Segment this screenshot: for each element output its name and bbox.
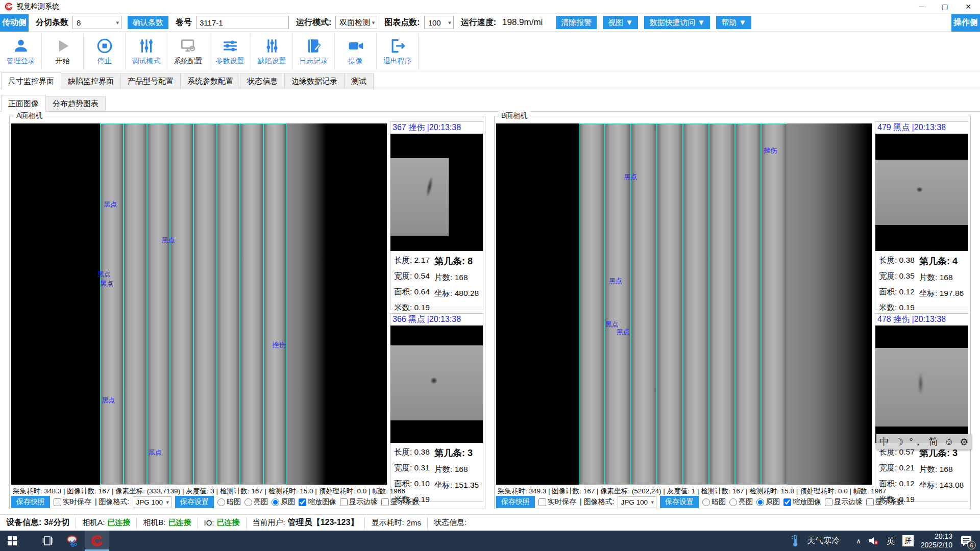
ime-language-bar: 中 ☽ °， 简 ☺ ⚙: [876, 434, 971, 449]
snipping-tool-button[interactable]: [60, 531, 85, 551]
tray-chevron-icon[interactable]: ∧: [856, 537, 861, 545]
save-settings-button[interactable]: 保存设置: [660, 496, 699, 508]
language-indicator[interactable]: 英: [887, 535, 895, 547]
tab-distribution-trend-chart[interactable]: 分布趋势图表: [45, 96, 106, 111]
defect-marker: 黑点: [162, 236, 175, 245]
params-settings-button[interactable]: 参数设置: [209, 33, 251, 70]
close-button[interactable]: ✕: [957, 0, 980, 14]
admin-login-button[interactable]: 管理登录: [0, 33, 42, 70]
defect-marker: 挫伤: [764, 146, 777, 155]
image-format-select[interactable]: JPG 100: [618, 496, 656, 508]
slit-count-select[interactable]: 8: [72, 16, 121, 29]
dark-image-radio[interactable]: 暗图: [702, 497, 726, 507]
image-format-select[interactable]: JPG 100: [133, 496, 172, 508]
show-strip-count-checkbox[interactable]: 显示条数: [381, 497, 419, 507]
tab-defect-monitor[interactable]: 缺陷监控界面: [61, 73, 121, 89]
debug-mode-button[interactable]: 调试模式: [126, 33, 167, 70]
tab-edge-data-record[interactable]: 边缘数据记录: [284, 73, 345, 89]
maximize-button[interactable]: ▢: [933, 0, 957, 14]
camera-b-image[interactable]: 挫伤 黑点 黑点 黑点 黑点: [496, 123, 872, 485]
bright-image-radio[interactable]: 亮图: [244, 497, 268, 507]
drive-side-button[interactable]: 传动侧: [0, 14, 29, 32]
help-menu-button[interactable]: 帮助 ▼: [716, 16, 751, 29]
ime-settings-gear-icon[interactable]: ⚙: [960, 436, 968, 448]
app-logo-icon: [90, 534, 104, 547]
run-mode-select[interactable]: 双面检测: [335, 16, 377, 29]
defect-card[interactable]: 366 黑点 |20:13:38 长度: 0.38 宽度: 0.31 面积: 0…: [390, 313, 483, 502]
display-time-value: 2ms: [407, 518, 421, 527]
tab-product-model-config[interactable]: 产品型号配置: [120, 73, 181, 89]
start-button[interactable]: 开始: [42, 33, 84, 70]
zoom-image-checkbox[interactable]: 缩放图像: [299, 497, 336, 507]
realtime-save-checkbox[interactable]: 实时保存: [538, 497, 576, 507]
ime-simplified-mode[interactable]: 简: [928, 435, 938, 448]
top-toolbar: 传动侧 分切条数 8 确认条数 卷号 运行模式: 双面检测 图表点数: 100 …: [0, 14, 980, 32]
stop-button[interactable]: 停止: [84, 33, 126, 70]
camera-a-strips: [100, 123, 286, 485]
system-config-button[interactable]: 系统配置: [167, 33, 209, 70]
ime-chinese-mode[interactable]: 中: [879, 435, 889, 448]
log-record-button[interactable]: 日志记录: [293, 33, 335, 70]
image-format-label: | 图像格式:: [580, 497, 614, 507]
capture-image-button[interactable]: 提像: [335, 33, 377, 70]
defect-thumbnail: [875, 325, 968, 443]
camera-b-info-line: 采集耗时: 349.3 | 图像计数: 167 | 像素坐标: (5202,24…: [498, 487, 870, 496]
ime-punctuation-icon[interactable]: °，: [909, 435, 923, 448]
defect-card-header: 366 黑点 |20:13:38: [390, 314, 483, 325]
status-info-label: 状态信息:: [434, 518, 467, 528]
ime-fullwidth-moon-icon[interactable]: ☽: [895, 436, 903, 448]
tab-test[interactable]: 测试: [344, 73, 374, 89]
io-status-value: 已连接: [217, 518, 240, 528]
save-settings-button[interactable]: 保存设置: [175, 496, 214, 508]
original-image-radio[interactable]: 原图: [272, 497, 295, 507]
snipping-tool-icon: [65, 534, 80, 548]
taskbar-clock[interactable]: 20:13 2025/2/10: [921, 532, 952, 549]
play-icon: [53, 37, 72, 55]
user-icon: [11, 37, 31, 55]
save-snapshot-button[interactable]: 保存快照: [496, 496, 535, 508]
device-info-value: 3#分切: [44, 517, 69, 528]
speaker-muted-icon[interactable]: [868, 536, 879, 546]
defect-thumbnail: [875, 134, 968, 251]
task-view-button[interactable]: [36, 531, 60, 551]
inspection-app-taskbar-button[interactable]: [85, 531, 109, 551]
data-quick-access-button[interactable]: 数据快捷访问 ▼: [644, 16, 710, 29]
bright-image-radio[interactable]: 亮图: [729, 497, 753, 507]
camera-a-defect-list: 367 挫伤 |20:13:38 长度: 2.17 宽度: 0.54 面积: 0…: [390, 121, 483, 507]
defect-settings-button[interactable]: 缺陷设置: [251, 33, 293, 70]
status-bar: 设备信息:3#分切 相机A:已连接 相机B:已连接 IO:已连接 当前用户:管理…: [0, 514, 980, 531]
minimize-button[interactable]: ─: [910, 0, 933, 14]
save-snapshot-button[interactable]: 保存快照: [11, 496, 50, 508]
defect-thumbnail: [390, 134, 483, 251]
ime-pinyin-badge[interactable]: 拼: [902, 535, 914, 546]
operator-side-button[interactable]: 操作侧: [951, 14, 980, 32]
defect-card[interactable]: 479 黑点 |20:13:38 长度: 0.38 宽度: 0.35 面积: 0…: [875, 121, 968, 310]
clear-alarm-button[interactable]: 清除报警: [556, 16, 597, 29]
show-strip-count-checkbox[interactable]: 显示条数: [866, 497, 904, 507]
camera-a-image[interactable]: 黑点 黑点 黑点 黑点 挫伤 黑点 黑点: [11, 123, 387, 485]
tab-status-info[interactable]: 状态信息: [240, 73, 285, 89]
defect-card[interactable]: 367 挫伤 |20:13:38 长度: 2.17 宽度: 0.54 面积: 0…: [390, 121, 483, 310]
exit-program-button[interactable]: 退出程序: [377, 33, 419, 70]
defect-card[interactable]: 478 挫伤 |20:13:38 长度: 0.57 宽度: 0.21 面积: 0…: [875, 313, 968, 502]
action-center-button[interactable]: 6: [960, 534, 973, 547]
tab-system-params-config[interactable]: 系统参数配置: [180, 73, 240, 89]
confirm-count-button[interactable]: 确认条数: [128, 16, 168, 29]
view-menu-button[interactable]: 视图 ▼: [603, 16, 638, 29]
tab-size-monitor[interactable]: 尺寸监控界面: [1, 72, 61, 89]
defect-marker: 黑点: [609, 277, 622, 286]
start-button[interactable]: [0, 531, 24, 551]
camera-icon: [346, 37, 365, 55]
zoom-image-checkbox[interactable]: 缩放图像: [783, 497, 821, 507]
current-user-label: 当前用户:: [253, 518, 285, 528]
show-edges-checkbox[interactable]: 显示边缘: [825, 497, 863, 507]
realtime-save-checkbox[interactable]: 实时保存: [54, 497, 91, 507]
roll-number-input[interactable]: [196, 16, 289, 29]
show-edges-checkbox[interactable]: 显示边缘: [340, 497, 378, 507]
tab-front-image[interactable]: 正面图像: [1, 95, 46, 111]
ime-emoji-icon[interactable]: ☺: [944, 436, 954, 447]
weather-text[interactable]: 天气寒冷: [807, 536, 840, 546]
original-image-radio[interactable]: 原图: [756, 497, 780, 507]
dark-image-radio[interactable]: 暗图: [217, 497, 241, 507]
chart-points-select[interactable]: 100: [424, 16, 454, 29]
